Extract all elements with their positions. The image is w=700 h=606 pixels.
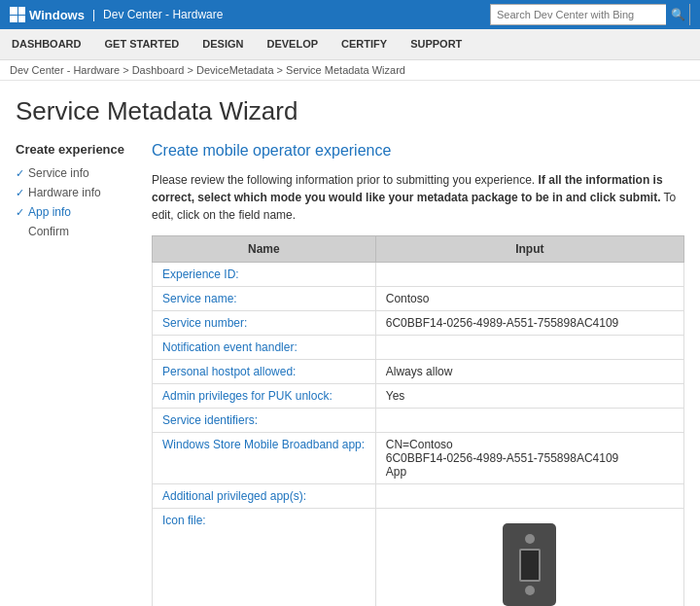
sidebar-label-app[interactable]: App info (28, 205, 71, 219)
page-title: Service Metadata Wizard (16, 96, 684, 126)
field-service-number[interactable]: Service number: (153, 311, 376, 336)
nav-getstarted[interactable]: GET STARTED (103, 29, 182, 60)
field-hotspot[interactable]: Personal hostpot allowed: (153, 360, 376, 384)
col-input: Input (375, 236, 683, 263)
check-icon-hardware: ✓ (16, 187, 24, 199)
table-row: Admin privileges for PUK unlock: Yes (153, 384, 684, 409)
main-layout: Create experience ✓ Service info ✓ Hardw… (16, 142, 684, 606)
logo-text: Windows (29, 8, 85, 22)
table-row: Icon file: (153, 509, 684, 607)
top-bar-branding: Windows | Dev Center - Hardware (10, 7, 223, 22)
breadcrumb-link-1[interactable]: Dashboard (132, 64, 185, 76)
field-service-identifiers[interactable]: Service identifiers: (153, 409, 376, 433)
table-row: Notification event handler: (153, 336, 684, 360)
data-table: Name Input Experience ID: Service name: … (152, 235, 684, 606)
field-service-name[interactable]: Service name: (153, 287, 376, 311)
windows-logo: Windows (10, 7, 85, 22)
table-row: Service name: Contoso (153, 287, 684, 311)
col-name: Name (153, 236, 376, 263)
field-broadband-app[interactable]: Windows Store Mobile Broadband app: (153, 433, 376, 484)
table-row: Additional privileged app(s): (153, 484, 684, 509)
description: Please review the following information … (152, 171, 684, 224)
site-title: Dev Center - Hardware (103, 8, 223, 21)
nav-support[interactable]: SUPPORT (408, 29, 464, 60)
windows-logo-icon (10, 7, 25, 22)
search-button[interactable]: 🔍 (666, 4, 689, 25)
table-row: Experience ID: (153, 263, 684, 287)
breadcrumb: Dev Center - Hardware > Dashboard > Devi… (0, 60, 700, 81)
sidebar-item-app-info: ✓ App info (16, 205, 132, 219)
sidebar-label-confirm[interactable]: Confirm (28, 225, 69, 238)
description-normal: Please review the following information … (152, 173, 539, 187)
check-icon-app: ✓ (16, 206, 24, 219)
field-admin-puk[interactable]: Admin privileges for PUK unlock: (153, 384, 376, 409)
top-bar: Windows | Dev Center - Hardware 🔍 (0, 0, 700, 29)
table-row: Windows Store Mobile Broadband app: CN=C… (153, 433, 684, 484)
nav-dashboard[interactable]: DASHBOARD (10, 29, 84, 60)
field-notification[interactable]: Notification event handler: (153, 336, 376, 360)
table-row: Service identifiers: (153, 409, 684, 433)
sidebar-label-hardware[interactable]: Hardware info (28, 186, 101, 199)
breadcrumb-link-0[interactable]: Dev Center - Hardware (10, 64, 120, 76)
section-title: Create mobile operator experience (152, 142, 684, 160)
sidebar-item-service-info: ✓ Service info (16, 166, 132, 180)
field-icon-file[interactable]: Icon file: (153, 509, 376, 607)
sidebar-title: Create experience (16, 142, 132, 157)
check-icon-service: ✓ (16, 167, 24, 180)
sidebar-label-service[interactable]: Service info (28, 166, 89, 180)
content-area: Create mobile operator experience Please… (152, 142, 684, 606)
sidebar-item-hardware-info: ✓ Hardware info (16, 186, 132, 199)
table-row: Personal hostpot allowed: Always allow (153, 360, 684, 384)
breadcrumb-link-2[interactable]: DeviceMetadata (196, 64, 274, 76)
field-experience-id[interactable]: Experience ID: (153, 263, 376, 287)
sidebar-item-confirm: ✓ Confirm (16, 225, 132, 238)
table-row: Service number: 6C0BBF14-0256-4989-A551-… (153, 311, 684, 336)
nav-bar: DASHBOARD GET STARTED DESIGN DEVELOP CER… (0, 29, 700, 60)
search-input[interactable] (491, 9, 666, 20)
nav-design[interactable]: DESIGN (200, 29, 245, 60)
nav-develop[interactable]: DEVELOP (264, 29, 320, 60)
search-box[interactable]: 🔍 (490, 4, 690, 25)
breadcrumb-current: Service Metadata Wizard (286, 64, 405, 76)
nav-certify[interactable]: CERTIFY (339, 29, 389, 60)
field-privileged-app[interactable]: Additional privileged app(s): (153, 484, 376, 509)
page-content: Service Metadata Wizard Create experienc… (0, 81, 700, 606)
sidebar: Create experience ✓ Service info ✓ Hardw… (16, 142, 132, 606)
